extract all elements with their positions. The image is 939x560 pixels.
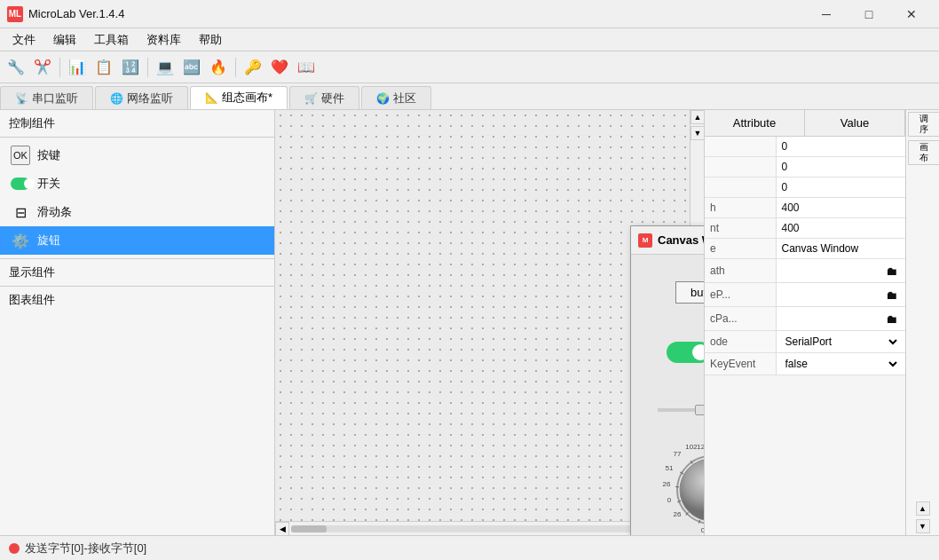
prop-scroll-down[interactable]: ▼	[916, 519, 930, 533]
prop-val-input-6[interactable]	[782, 264, 883, 277]
prop-val-6: 🖿	[777, 259, 906, 282]
widget-button[interactable]: button	[675, 281, 704, 304]
prop-attr-6: ath	[705, 259, 776, 283]
prop-val-10[interactable]: false true	[776, 353, 905, 375]
toolbar-btn-6[interactable]: 💻	[153, 55, 178, 80]
toolbar-btn-1[interactable]: 🔧	[4, 55, 28, 80]
property-list: 0 0 0 h 400	[705, 137, 905, 535]
prop-row-1: 0	[705, 157, 905, 177]
control-item-knob[interactable]: ⚙️ 旋钮	[0, 226, 274, 255]
tab-hardware[interactable]: 🛒 硬件	[289, 86, 359, 109]
toolbar-btn-10[interactable]: ❤️	[267, 55, 292, 80]
tab-community-label: 社区	[393, 91, 416, 106]
prop-attr-4: nt	[705, 218, 776, 239]
svg-text:51: 51	[666, 464, 674, 472]
title-bar: ML MicroLab Ver.1.4.4 ─ □ ✕	[0, 0, 939, 28]
widget-toggle[interactable]: 开启	[667, 342, 704, 363]
section-title-controls: 控制组件	[0, 110, 274, 137]
toolbar-btn-4[interactable]: 📋	[91, 55, 116, 80]
knob-svg: 128 153 179 204 230 255 230 102 77 51 26…	[658, 437, 704, 535]
toolbar-btn-3[interactable]: 📊	[65, 55, 90, 80]
folder-icon-6[interactable]: 🖿	[882, 263, 900, 279]
svg-text:0: 0	[701, 526, 704, 534]
prop-val-2: 0	[776, 177, 905, 198]
toolbar-btn-5[interactable]: 🔢	[118, 55, 143, 80]
modal-body: button 开启	[631, 255, 704, 535]
control-item-switch[interactable]: 开关	[0, 170, 274, 198]
prop-attr-9: ode	[705, 331, 776, 353]
tab-hardware-icon: 🛒	[304, 92, 318, 105]
prop-select-mode[interactable]: SerialPort	[782, 335, 901, 349]
svg-text:102: 102	[685, 443, 698, 451]
menu-help[interactable]: 帮助	[190, 30, 231, 50]
right-side-buttons: 调序 画布 ▲ ▼	[905, 110, 939, 535]
tab-canvas[interactable]: 📐 组态画布*	[190, 86, 288, 109]
toolbar-btn-11[interactable]: 📖	[294, 55, 319, 80]
folder-icon-7[interactable]: 🖿	[882, 287, 900, 303]
prop-attr-0	[705, 137, 776, 157]
tab-serial-label: 串口监听	[32, 91, 78, 106]
right-btn-canvas[interactable]: 画布	[908, 140, 939, 165]
right-btn-sort[interactable]: 调序	[908, 112, 939, 137]
prop-row-9: ode SerialPort	[705, 331, 905, 353]
prop-row-5: e	[705, 239, 905, 259]
maximize-button[interactable]: □	[848, 0, 889, 28]
canvas-area: ◀ ▶ ▲ ▼ M Canvas Window ─	[275, 110, 704, 535]
prop-attr-7: eP...	[705, 283, 776, 307]
tab-serial[interactable]: 📡 串口监听	[0, 86, 93, 109]
modal-overlay: M Canvas Window ─ □ ✕ button	[275, 110, 704, 535]
prop-val-5[interactable]	[776, 239, 905, 259]
knob-icon: ⚙️	[11, 231, 30, 250]
svg-text:0: 0	[667, 496, 672, 504]
section-title-display: 显示组件	[0, 259, 274, 286]
tab-community[interactable]: 🌍 社区	[361, 86, 431, 109]
prop-row-7: eP... 🖿	[705, 283, 905, 307]
prop-select-keyevent[interactable]: false true	[782, 357, 901, 371]
slider-input[interactable]	[658, 408, 704, 412]
tab-network[interactable]: 🌐 网络监听	[95, 86, 188, 109]
svg-point-15	[680, 459, 704, 521]
header-attribute: Attribute	[705, 110, 805, 136]
prop-val-input-8[interactable]	[782, 312, 883, 325]
prop-row-3: h 400	[705, 198, 905, 218]
minimize-button[interactable]: ─	[806, 0, 847, 28]
menu-bar: 文件 编辑 工具箱 资料库 帮助	[0, 28, 939, 51]
prop-row-4: nt 400	[705, 218, 905, 239]
modal-titlebar[interactable]: M Canvas Window ─ □ ✕	[631, 226, 704, 255]
menu-tools[interactable]: 工具箱	[85, 30, 138, 50]
main-content: 控制组件 OK 按键 开关 ⊟ 滑动条 ⚙️ 旋钮	[0, 110, 939, 535]
control-item-slider[interactable]: ⊟ 滑动条	[0, 198, 274, 226]
widget-knob[interactable]: 128 153 179 204 230 255 230 102 77 51 26…	[658, 437, 704, 535]
prop-val-input-7[interactable]	[782, 288, 883, 301]
svg-line-26	[698, 520, 699, 524]
menu-file[interactable]: 文件	[4, 30, 44, 50]
control-label-switch: 开关	[37, 176, 60, 192]
right-panel: Attribute Value 0 0	[704, 110, 939, 535]
tab-serial-icon: 📡	[15, 92, 28, 105]
prop-val-0: 0	[776, 137, 905, 157]
prop-val-8: 🖿	[777, 307, 906, 330]
control-item-button[interactable]: OK 按键	[0, 141, 274, 170]
control-label-knob: 旋钮	[37, 233, 60, 248]
svg-text:26: 26	[663, 480, 671, 488]
widget-toggle-track[interactable]	[667, 342, 704, 363]
menu-library[interactable]: 资料库	[138, 30, 190, 50]
svg-text:77: 77	[674, 450, 682, 458]
folder-icon-8[interactable]: 🖿	[882, 311, 900, 327]
prop-val-input-5[interactable]	[782, 242, 901, 255]
toolbar-btn-9[interactable]: 🔑	[241, 55, 265, 80]
prop-attr-5: e	[705, 239, 776, 259]
prop-scroll-up[interactable]: ▲	[916, 501, 930, 516]
toolbar-btn-7[interactable]: 🔤	[179, 55, 204, 80]
right-spacer	[906, 167, 939, 500]
right-panel-header: Attribute Value	[705, 110, 905, 137]
prop-val-9[interactable]: SerialPort	[776, 331, 905, 353]
tab-bar: 📡 串口监听 🌐 网络监听 📐 组态画布* 🛒 硬件 🌍 社区	[0, 83, 939, 110]
toolbar-btn-2[interactable]: ✂️	[30, 55, 55, 80]
toolbar-btn-8[interactable]: 🔥	[206, 55, 231, 80]
menu-edit[interactable]: 编辑	[44, 30, 85, 50]
tab-community-icon: 🌍	[376, 92, 390, 105]
close-button[interactable]: ✕	[891, 0, 932, 28]
widget-slider[interactable]	[658, 401, 704, 414]
control-label-slider: 滑动条	[37, 204, 72, 220]
